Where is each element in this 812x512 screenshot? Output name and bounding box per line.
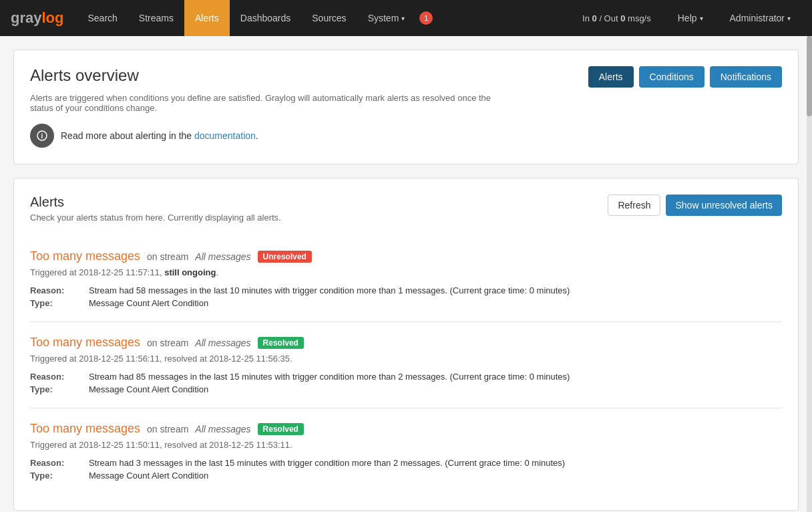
alert-badge-status: Resolved	[258, 337, 304, 349]
scroll-track[interactable]	[807, 36, 812, 512]
alerts-title: Alerts	[30, 195, 281, 210]
system-dropdown-arrow: ▾	[401, 15, 405, 22]
alert-item: Too many messages on stream All messages…	[30, 236, 782, 322]
alert-title-row: Too many messages on stream All messages…	[30, 422, 782, 436]
type-value: Message Count Alert Condition	[89, 471, 782, 481]
navbar: graylog Search Streams Alerts Dashboards…	[0, 0, 812, 36]
nav-item-help[interactable]: Help ▾	[667, 0, 714, 36]
alert-title-row: Too many messages on stream All messages…	[30, 336, 782, 350]
doc-icon: i	[30, 124, 54, 148]
alert-trigger: Triggered at 2018-12-25 11:50:11, resolv…	[30, 440, 292, 450]
alert-items-container: Too many messages on stream All messages…	[30, 236, 782, 494]
alert-details: Reason: Stream had 3 messages in the las…	[30, 458, 782, 481]
type-label: Type:	[30, 298, 83, 308]
alerts-header: Alerts Check your alerts status from her…	[30, 195, 782, 223]
alert-trigger-text: Triggered at 2018-12-25 11:56:11, resolv…	[30, 354, 782, 364]
show-unresolved-button[interactable]: Show unresolved alerts	[666, 195, 782, 216]
alert-title: Too many messages	[30, 336, 140, 350]
alert-trigger: Triggered at 2018-12-25 11:56:11, resolv…	[30, 354, 292, 364]
reason-value: Stream had 58 messages in the last 10 mi…	[89, 285, 782, 295]
alert-title-row: Too many messages on stream All messages…	[30, 249, 782, 263]
alert-stream-prefix: on stream	[147, 424, 188, 434]
svg-text:i: i	[41, 132, 43, 140]
scroll-thumb[interactable]	[807, 36, 812, 116]
alert-title: Too many messages	[30, 249, 140, 263]
alert-badge: 1	[419, 11, 433, 25]
alert-trigger-text: Triggered at 2018-12-25 11:50:11, resolv…	[30, 440, 782, 450]
admin-dropdown-arrow: ▾	[787, 15, 791, 22]
help-dropdown-arrow: ▾	[700, 15, 703, 22]
overview-description: Alerts are triggered when conditions you…	[30, 93, 497, 113]
alert-item: Too many messages on stream All messages…	[30, 408, 782, 494]
nav-item-alerts[interactable]: Alerts	[184, 0, 230, 36]
alert-stream-name: All messages	[195, 338, 250, 348]
reason-label: Reason:	[30, 372, 83, 382]
main-content: Alerts overview Alerts are triggered whe…	[0, 36, 812, 512]
overview-buttons: Alerts Conditions Notifications	[588, 66, 782, 88]
msg-stats: In 0 / Out 0 msg/s	[582, 13, 651, 23]
logo-text: graylog	[11, 9, 63, 27]
navbar-right: In 0 / Out 0 msg/s Help ▾ Administrator …	[582, 0, 801, 36]
alerts-header-left: Alerts Check your alerts status from her…	[30, 195, 281, 223]
alert-item: Too many messages on stream All messages…	[30, 322, 782, 408]
nav-item-streams[interactable]: Streams	[128, 0, 184, 36]
brand-logo[interactable]: graylog	[11, 9, 63, 27]
alert-stream-name: All messages	[195, 424, 250, 434]
alert-stream-prefix: on stream	[147, 338, 188, 348]
nav-item-system[interactable]: System ▾	[357, 0, 416, 36]
reason-label: Reason:	[30, 285, 83, 295]
nav-item-admin[interactable]: Administrator ▾	[719, 0, 801, 36]
alert-trigger: Triggered at 2018-12-25 11:57:11, still …	[30, 267, 218, 277]
alerts-header-right: Refresh Show unresolved alerts	[608, 195, 782, 216]
alert-title: Too many messages	[30, 422, 140, 436]
alert-details: Reason: Stream had 58 messages in the la…	[30, 285, 782, 308]
type-value: Message Count Alert Condition	[89, 384, 782, 394]
doc-link-text: Read more about alerting in the document…	[61, 130, 258, 141]
alert-details: Reason: Stream had 85 messages in the la…	[30, 372, 782, 394]
overview-card: Alerts overview Alerts are triggered whe…	[13, 49, 799, 164]
type-label: Type:	[30, 471, 83, 481]
reason-label: Reason:	[30, 458, 83, 468]
refresh-button[interactable]: Refresh	[608, 195, 660, 216]
type-label: Type:	[30, 384, 83, 394]
alerts-button[interactable]: Alerts	[588, 66, 634, 88]
alert-trigger-suffix: still ongoing	[164, 267, 216, 277]
alerts-section: Alerts Check your alerts status from her…	[13, 178, 799, 511]
type-value: Message Count Alert Condition	[89, 298, 782, 308]
nav-item-sources[interactable]: Sources	[301, 0, 357, 36]
alert-badge-status: Resolved	[258, 423, 304, 435]
alert-badge-status: Unresolved	[258, 251, 312, 263]
alerts-subtitle: Check your alerts status from here. Curr…	[30, 213, 281, 223]
reason-value: Stream had 85 messages in the last 15 mi…	[89, 372, 782, 382]
nav-item-dashboards[interactable]: Dashboards	[230, 0, 302, 36]
alert-stream-name: All messages	[195, 251, 250, 262]
conditions-button[interactable]: Conditions	[639, 66, 704, 88]
nav-item-search[interactable]: Search	[77, 0, 128, 36]
notifications-button[interactable]: Notifications	[710, 66, 782, 88]
alert-stream-prefix: on stream	[147, 251, 188, 262]
nav-items: Search Streams Alerts Dashboards Sources…	[77, 0, 582, 36]
reason-value: Stream had 3 messages in the last 15 min…	[89, 458, 782, 468]
documentation-link[interactable]: documentation	[194, 130, 256, 141]
alert-trigger-text: Triggered at 2018-12-25 11:57:11, still …	[30, 267, 782, 277]
doc-link-row: i Read more about alerting in the docume…	[30, 124, 782, 148]
